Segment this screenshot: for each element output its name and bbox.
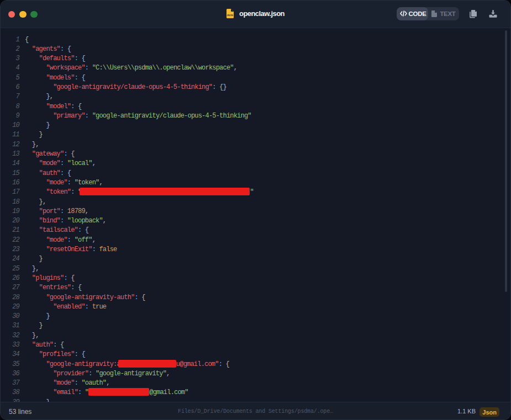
svg-text:JSON: JSON bbox=[227, 14, 233, 17]
